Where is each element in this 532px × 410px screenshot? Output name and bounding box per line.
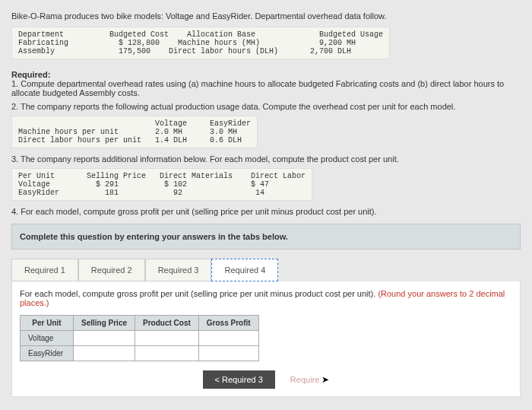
col-selling-price: Selling Price <box>74 316 135 331</box>
tab-required-4[interactable]: Required 4 <box>211 259 278 281</box>
prev-button[interactable]: < Required 3 <box>203 370 275 389</box>
tab-content: For each model, compute gross profit per… <box>11 281 521 397</box>
voltage-selling-price-input[interactable] <box>74 331 135 346</box>
usage-data-table: Voltage EasyRider Machine hours per unit… <box>11 116 258 148</box>
col-per-unit: Per Unit <box>21 316 74 331</box>
cost-data-table: Per Unit Selling Price Direct Materials … <box>11 168 312 201</box>
nav-row: < Required 3 Require ➤ <box>20 370 512 389</box>
requirement-4: 4. For each model, compute gross profit … <box>11 207 521 216</box>
row-voltage-label: Voltage <box>21 331 74 346</box>
tab-required-1[interactable]: Required 1 <box>11 259 78 281</box>
tab-instruction: For each model, compute gross profit per… <box>20 289 512 307</box>
overhead-data-table: Department Budgeted Cost Allocation Base… <box>11 27 390 59</box>
intro-text: Bike-O-Rama produces two bike models: Vo… <box>11 11 521 21</box>
tab-required-2[interactable]: Required 2 <box>78 259 145 281</box>
required-heading: Required: <box>11 70 521 79</box>
instruction-bar: Complete this question by entering your … <box>11 224 521 249</box>
easyrider-gross-profit-input[interactable] <box>198 346 258 361</box>
requirement-1: 1. Compute departmental overhead rates u… <box>11 79 521 97</box>
answer-table: Per Unit Selling Price Product Cost Gros… <box>20 315 259 361</box>
table-row: Voltage <box>21 331 259 346</box>
easyrider-selling-price-input[interactable] <box>74 346 135 361</box>
voltage-gross-profit-input[interactable] <box>198 331 258 346</box>
tabs-row: Required 1 Required 2 Required 3 Require… <box>11 259 521 281</box>
row-easyrider-label: EasyRider <box>21 346 74 361</box>
tab-required-3[interactable]: Required 3 <box>145 259 212 281</box>
table-row: EasyRider <box>21 346 259 361</box>
col-product-cost: Product Cost <box>135 316 199 331</box>
voltage-product-cost-input[interactable] <box>135 331 199 346</box>
requirement-3: 3. The company reports additional inform… <box>11 154 521 164</box>
cursor-icon: ➤ <box>321 374 329 385</box>
easyrider-product-cost-input[interactable] <box>135 346 199 361</box>
requirement-2: 2. The company reports the following act… <box>11 102 521 111</box>
col-gross-profit: Gross Profit <box>198 316 258 331</box>
next-placeholder: Require ➤ <box>290 374 330 385</box>
